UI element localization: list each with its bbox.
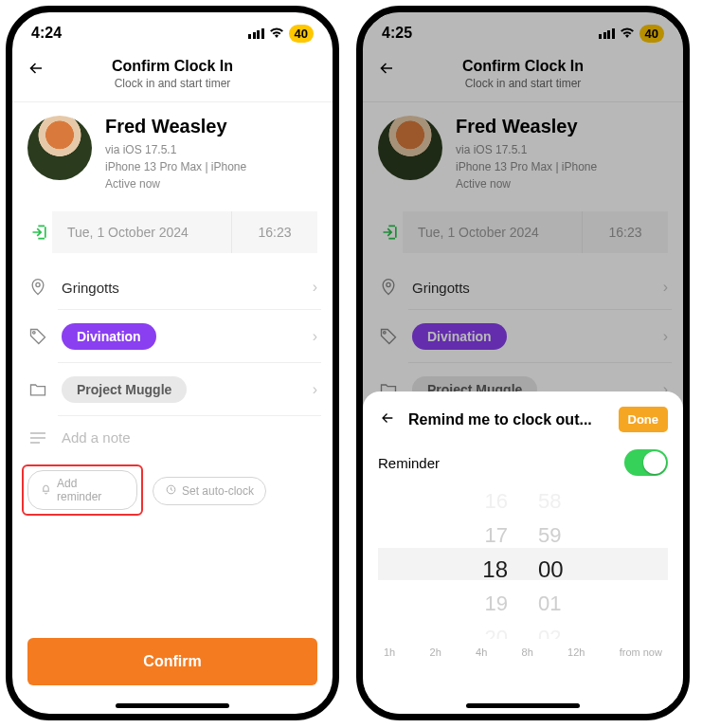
picker-hour-option[interactable]: 16	[485, 487, 508, 516]
page-title: Confirm Clock In	[12, 58, 333, 75]
quick-1h[interactable]: 1h	[384, 646, 395, 658]
signal-icon	[248, 28, 264, 39]
reminder-sheet: Remind me to clock out... Done Reminder …	[363, 391, 683, 714]
back-arrow-icon[interactable]	[26, 58, 46, 82]
quick-2h[interactable]: 2h	[430, 646, 441, 658]
date-field[interactable]: Tue, 1 October 2024	[52, 211, 232, 253]
quick-4h[interactable]: 4h	[476, 646, 487, 658]
picker-minute-option[interactable]: 59	[538, 521, 561, 550]
chevron-right-icon: ›	[313, 328, 317, 345]
clockin-arrow-icon	[27, 223, 52, 242]
picker-minute-option[interactable]: 02	[538, 624, 561, 639]
bell-icon	[40, 482, 52, 498]
location-row[interactable]: Gringotts ›	[12, 264, 333, 310]
confirm-button[interactable]: Confirm	[27, 638, 317, 685]
picker-hours[interactable]: 16 17 18 19 20	[378, 487, 523, 639]
sheet-title: Remind me to clock out...	[408, 411, 607, 428]
page-subtitle: Clock in and start timer	[12, 77, 333, 90]
done-button[interactable]: Done	[619, 407, 669, 432]
picker-hour-option[interactable]: 19	[485, 590, 508, 618]
set-autoclock-chip[interactable]: Set auto-clock	[153, 477, 266, 505]
add-reminder-label: Add reminder	[57, 477, 125, 503]
project-pill[interactable]: Project Muggle	[62, 376, 187, 403]
profile-os: via iOS 17.5.1	[105, 141, 246, 158]
location-label: Gringotts	[62, 280, 299, 296]
home-indicator	[116, 703, 229, 708]
notes-icon	[27, 431, 48, 445]
location-pin-icon	[27, 278, 48, 297]
picker-minute-option[interactable]: 01	[538, 590, 561, 618]
highlight-add-reminder: Add reminder	[22, 464, 143, 516]
datetime-row: Tue, 1 October 2024 16:23	[27, 209, 317, 255]
picker-hour-option[interactable]: 20	[485, 624, 508, 639]
page-header: Confirm Clock In Clock in and start time…	[12, 54, 333, 102]
svg-point-0	[36, 282, 40, 286]
time-picker[interactable]: 16 17 18 19 20 58 59 00 01 02	[378, 487, 668, 639]
note-row[interactable]: Add a note	[12, 416, 333, 459]
wifi-icon	[269, 26, 284, 42]
profile-name: Fred Weasley	[105, 116, 246, 137]
quick-from-now[interactable]: from now	[620, 646, 662, 658]
picker-minute-selected[interactable]: 00	[538, 555, 564, 584]
home-indicator	[466, 703, 580, 708]
add-reminder-chip[interactable]: Add reminder	[27, 470, 137, 510]
chevron-right-icon: ›	[313, 279, 317, 296]
project-row[interactable]: Project Muggle ›	[12, 363, 333, 416]
profile-status: Active now	[105, 175, 246, 192]
profile-info: Fred Weasley via iOS 17.5.1 iPhone 13 Pr…	[105, 116, 246, 192]
reminder-toggle[interactable]	[624, 449, 668, 476]
quick-8h[interactable]: 8h	[522, 646, 533, 658]
battery-badge: 40	[289, 25, 314, 43]
picker-hour-selected[interactable]: 18	[482, 555, 508, 584]
quick-duration-row: 1h 2h 4h 8h 12h from now	[378, 639, 668, 658]
folder-icon	[27, 380, 48, 399]
avatar	[27, 116, 92, 180]
reminder-label: Reminder	[378, 455, 440, 471]
status-right: 40	[248, 25, 314, 43]
tag-row[interactable]: Divination ›	[12, 310, 333, 363]
status-bar: 4:24 40	[12, 12, 333, 54]
sheet-header: Remind me to clock out... Done	[378, 407, 668, 432]
quick-12h[interactable]: 12h	[567, 646, 585, 658]
profile-device: iPhone 13 Pro Max | iPhone	[105, 158, 246, 175]
phone-left: 4:24 40 Confirm Clock In Clock in and st…	[6, 6, 339, 720]
phone-right: 4:25 40 Confirm Clock In Clock in and st…	[356, 6, 690, 720]
set-autoclock-label: Set auto-clock	[182, 484, 254, 498]
tag-icon	[27, 327, 48, 346]
chevron-right-icon: ›	[313, 381, 317, 398]
tag-pill[interactable]: Divination	[62, 323, 156, 350]
note-placeholder: Add a note	[62, 429, 317, 446]
clock-icon	[165, 483, 177, 499]
reminder-toggle-row: Reminder	[378, 449, 668, 476]
picker-minutes[interactable]: 58 59 00 01 02	[523, 487, 668, 639]
sheet-back-icon[interactable]	[378, 410, 397, 429]
status-time: 4:24	[31, 25, 62, 42]
profile-section: Fred Weasley via iOS 17.5.1 iPhone 13 Pr…	[12, 102, 333, 200]
picker-hour-option[interactable]: 17	[485, 521, 508, 550]
picker-minute-option[interactable]: 58	[538, 487, 561, 516]
time-field[interactable]: 16:23	[232, 211, 317, 253]
svg-point-1	[33, 332, 36, 335]
